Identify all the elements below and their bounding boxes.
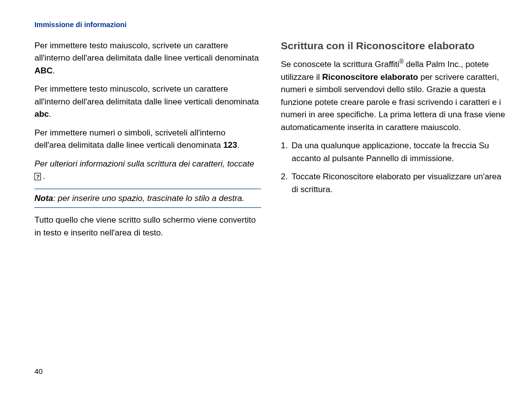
paragraph-conversion: Tutto quello che viene scritto sullo sch…: [34, 214, 261, 239]
paragraph-uppercase: Per immettere testo maiuscolo, scrivete …: [34, 39, 261, 77]
text: Toccate: [292, 172, 323, 181]
note-label: Nota: [34, 194, 53, 203]
paragraph-lowercase: Per immettere testo minuscolo, scrivete …: [34, 83, 261, 121]
steps-list: 1. Da una qualunque applicazione, toccat…: [281, 139, 507, 196]
term-recognizer: Riconoscitore elaborato: [323, 172, 411, 181]
list-text: Toccate Riconoscitore elaborato per visu…: [292, 170, 507, 196]
help-icon: ?: [34, 173, 41, 180]
text: Per immettere testo maiuscolo, scrivete …: [34, 41, 259, 63]
list-number: 1.: [281, 139, 292, 165]
label-123: 123: [223, 140, 237, 150]
text: .: [49, 109, 51, 119]
two-column-layout: Per immettere testo maiuscolo, scrivete …: [34, 39, 507, 245]
section-header: Immissione di informazioni: [34, 20, 507, 31]
text: Per ulteriori informazioni sulla scrittu…: [34, 159, 254, 168]
label-abc-lower: abc: [34, 109, 49, 119]
list-item: 1. Da una qualunque applicazione, toccat…: [281, 139, 507, 165]
list-text: Da una qualunque applicazione, toccate l…: [292, 139, 507, 165]
text: Per immettere testo minuscolo, scrivete …: [34, 84, 259, 106]
text: .: [43, 171, 46, 181]
right-column: Scrittura con il Riconoscitore elaborato…: [281, 39, 507, 245]
list-item: 2. Toccate Riconoscitore elaborato per v…: [281, 170, 507, 196]
term-recognizer: Riconoscitore elaborato: [322, 72, 418, 82]
paragraph-intro: Se conoscete la scrittura Graffiti® dell…: [281, 58, 507, 133]
page-number: 40: [34, 366, 43, 377]
label-abc-upper: ABC: [34, 66, 53, 75]
left-column: Per immettere testo maiuscolo, scrivete …: [34, 39, 261, 245]
list-number: 2.: [281, 170, 292, 196]
heading-recognizer: Scrittura con il Riconoscitore elaborato: [281, 39, 507, 52]
paragraph-numbers: Per immettere numeri o simboli, scrivete…: [34, 127, 261, 152]
paragraph-more-info: Per ulteriori informazioni sulla scrittu…: [34, 158, 261, 183]
note-text: : per inserire uno spazio, trascinate lo…: [53, 194, 244, 203]
text: Per immettere numeri o simboli, scrivete…: [34, 128, 226, 150]
text: Se conoscete la scrittura Graffiti: [281, 60, 399, 69]
text: .: [237, 140, 240, 150]
note-block: Nota: per inserire uno spazio, trascinat…: [34, 189, 261, 208]
text: .: [53, 66, 55, 75]
